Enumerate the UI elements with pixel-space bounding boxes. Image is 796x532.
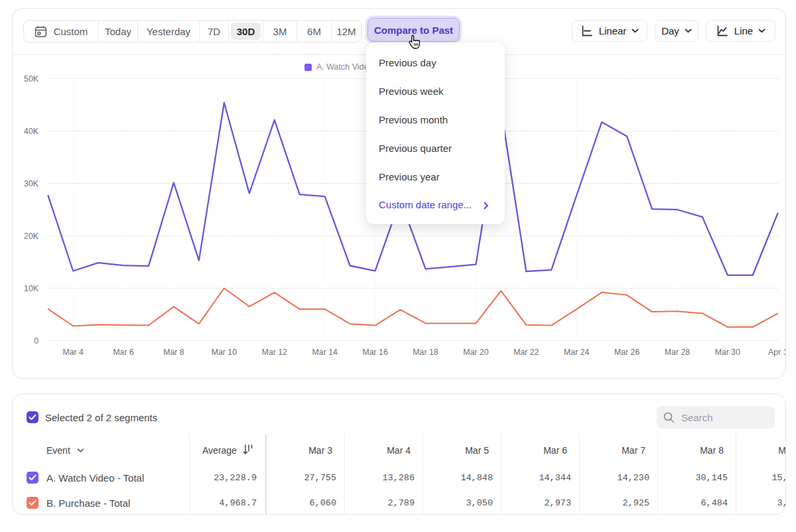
svg-text:50K: 50K [24,74,39,84]
svg-text:Apr 1: Apr 1 [768,348,785,357]
svg-text:Mar 4: Mar 4 [62,348,84,357]
svg-text:Mar 26: Mar 26 [614,348,639,357]
svg-text:Mar 10: Mar 10 [212,348,237,357]
svg-text:Mar 30: Mar 30 [715,348,740,357]
svg-text:Mar 24: Mar 24 [564,348,589,357]
svg-text:20K: 20K [24,232,39,241]
svg-text:Mar 18: Mar 18 [413,348,438,357]
svg-text:Mar 28: Mar 28 [665,348,690,357]
svg-text:0: 0 [34,336,38,346]
svg-text:Mar 6: Mar 6 [113,348,134,357]
svg-text:Mar 20: Mar 20 [463,348,488,357]
svg-text:Mar 14: Mar 14 [312,348,338,357]
svg-text:40K: 40K [24,127,39,136]
svg-text:Mar 12: Mar 12 [262,348,287,357]
svg-text:Mar 22: Mar 22 [513,348,539,357]
svg-text:30K: 30K [24,179,39,188]
svg-text:Mar 16: Mar 16 [362,348,387,357]
svg-text:Mar 8: Mar 8 [163,348,184,357]
svg-text:10K: 10K [24,284,39,293]
